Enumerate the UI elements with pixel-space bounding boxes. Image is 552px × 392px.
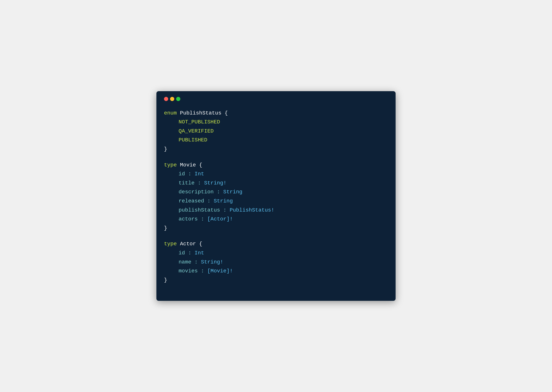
actor-declaration: type Actor { [164, 239, 388, 249]
movie-declaration: type Movie { [164, 161, 388, 170]
enum-close-brace: } [164, 145, 388, 154]
actor-close-brace: } [164, 276, 388, 285]
actor-field-name: name : String! [164, 258, 388, 267]
actor-field-movies: movies : [Movie]! [164, 266, 388, 276]
movie-field-title: title : String! [164, 179, 388, 188]
enum-declaration: enum PublishStatus { [164, 109, 388, 118]
enum-block: enum PublishStatus { NOT_PUBLISHED QA_VE… [164, 109, 388, 154]
actor-field-id: id : Int [164, 249, 388, 258]
maximize-dot[interactable] [176, 97, 180, 101]
movie-field-actors: actors : [Actor]! [164, 215, 388, 224]
title-bar [164, 97, 388, 101]
enum-name: PublishStatus [180, 110, 221, 116]
movie-field-id: id : Int [164, 169, 388, 179]
minimize-dot[interactable] [170, 97, 174, 101]
enum-value-3: PUBLISHED [164, 135, 388, 145]
type-keyword-movie: type [164, 162, 177, 168]
movie-field-released: released : String [164, 196, 388, 206]
code-window: enum PublishStatus { NOT_PUBLISHED QA_VE… [156, 91, 396, 301]
enum-value-1: NOT_PUBLISHED [164, 118, 388, 127]
movie-name: Movie [180, 162, 196, 168]
enum-value-2: QA_VERIFIED [164, 127, 388, 136]
movie-close-brace: } [164, 224, 388, 233]
type-movie-block: type Movie { id : Int title : String! de… [164, 161, 388, 233]
enum-open-brace: { [225, 110, 228, 116]
movie-field-description: description : String [164, 188, 388, 196]
code-editor: enum PublishStatus { NOT_PUBLISHED QA_VE… [164, 109, 388, 285]
enum-keyword: enum [164, 110, 177, 116]
type-actor-block: type Actor { id : Int name : String! mov… [164, 239, 388, 285]
type-keyword-actor: type [164, 241, 177, 247]
actor-name: Actor [180, 241, 196, 247]
movie-field-publishstatus: publishStatus : PublishStatus! [164, 206, 388, 215]
close-dot[interactable] [164, 97, 168, 101]
